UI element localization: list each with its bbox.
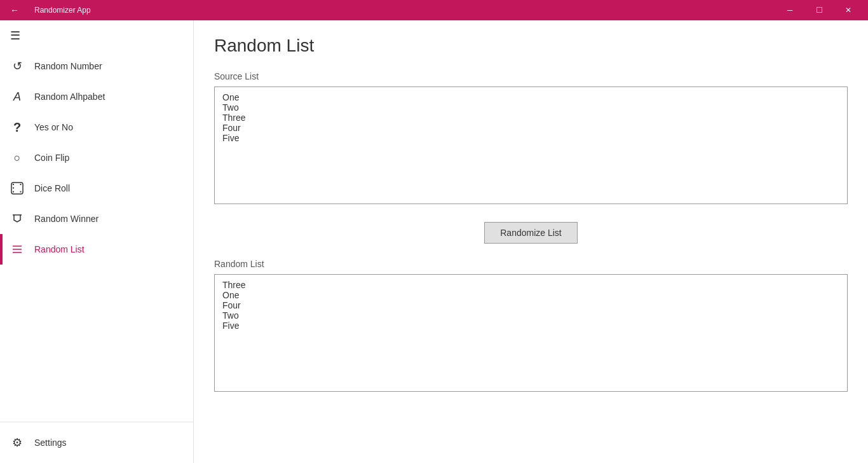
back-icon: ← bbox=[10, 5, 19, 15]
sidebar-header: ☰ bbox=[0, 20, 193, 51]
sidebar-label-random-number: Random Number bbox=[34, 61, 102, 71]
app-title: Randomizer App bbox=[34, 6, 91, 15]
hamburger-icon[interactable]: ☰ bbox=[10, 29, 20, 43]
randomize-list-button[interactable]: Randomize List bbox=[484, 222, 578, 244]
sidebar-footer: ⚙ Settings bbox=[0, 422, 193, 463]
svg-rect-4 bbox=[20, 184, 22, 185]
random-alphabet-icon: A bbox=[10, 90, 24, 104]
source-list-input[interactable] bbox=[214, 86, 848, 204]
sidebar-item-coin-flip[interactable]: ○ Coin Flip bbox=[0, 142, 193, 173]
random-list-icon bbox=[10, 242, 24, 256]
svg-rect-3 bbox=[13, 191, 14, 193]
random-number-icon: ↺ bbox=[10, 59, 24, 73]
close-button[interactable]: ✕ bbox=[834, 0, 863, 20]
sidebar-item-random-number[interactable]: ↺ Random Number bbox=[0, 51, 193, 81]
randomize-btn-container: Randomize List bbox=[214, 222, 848, 244]
sidebar-label-coin-flip: Coin Flip bbox=[34, 153, 69, 163]
sidebar-item-random-alphabet[interactable]: A Random Alhpabet bbox=[0, 81, 193, 112]
page-title: Random List bbox=[214, 36, 848, 56]
settings-icon: ⚙ bbox=[10, 436, 24, 450]
sidebar-item-settings[interactable]: ⚙ Settings bbox=[0, 427, 193, 458]
source-list-section: Source List bbox=[214, 71, 848, 207]
minimize-button[interactable]: ─ bbox=[775, 0, 804, 20]
source-list-label: Source List bbox=[214, 71, 848, 81]
title-bar: ← Randomizer App ─ ☐ ✕ bbox=[0, 0, 868, 20]
sidebar-label-random-alphabet: Random Alhpabet bbox=[34, 92, 105, 102]
sidebar-label-yes-or-no: Yes or No bbox=[34, 122, 73, 132]
title-bar-left: ← Randomizer App bbox=[0, 0, 91, 20]
dice-roll-icon bbox=[10, 181, 24, 195]
sidebar-label-settings: Settings bbox=[34, 438, 67, 448]
random-list-section: Random List bbox=[214, 259, 848, 394]
sidebar-label-dice-roll: Dice Roll bbox=[34, 183, 70, 193]
sidebar-label-random-winner: Random Winner bbox=[34, 214, 98, 224]
app-body: ☰ ↺ Random Number A Random Alhpabet ? Ye… bbox=[0, 20, 868, 463]
svg-rect-2 bbox=[13, 188, 14, 189]
maximize-button[interactable]: ☐ bbox=[804, 0, 834, 20]
sidebar-item-random-list[interactable]: Random List bbox=[0, 234, 193, 265]
svg-rect-1 bbox=[13, 184, 14, 185]
random-list-label: Random List bbox=[214, 259, 848, 269]
main-content: Random List Source List Randomize List R… bbox=[194, 20, 868, 463]
window-controls: ─ ☐ ✕ bbox=[775, 0, 863, 20]
random-winner-icon bbox=[10, 212, 24, 226]
sidebar-nav: ↺ Random Number A Random Alhpabet ? Yes … bbox=[0, 51, 193, 422]
sidebar-item-yes-or-no[interactable]: ? Yes or No bbox=[0, 112, 193, 142]
sidebar: ☰ ↺ Random Number A Random Alhpabet ? Ye… bbox=[0, 20, 194, 463]
sidebar-item-random-winner[interactable]: Random Winner bbox=[0, 204, 193, 234]
sidebar-item-dice-roll[interactable]: Dice Roll bbox=[0, 173, 193, 204]
coin-flip-icon: ○ bbox=[10, 151, 24, 165]
yes-or-no-icon: ? bbox=[10, 120, 24, 134]
back-button[interactable]: ← bbox=[0, 0, 29, 20]
random-list-output[interactable] bbox=[214, 274, 848, 392]
svg-rect-5 bbox=[20, 191, 22, 193]
sidebar-label-random-list: Random List bbox=[34, 244, 85, 254]
